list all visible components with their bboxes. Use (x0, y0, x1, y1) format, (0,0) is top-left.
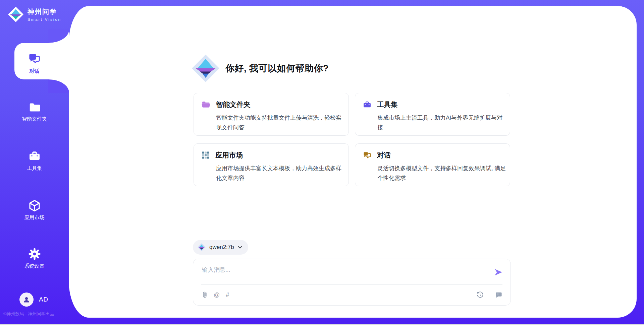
content-column: 你好, 我可以如何帮助你? 智能文件夹 智能文件夹功能支持批量文件上传与清洗，轻… (193, 6, 511, 318)
active-tab-curve-top (48, 29, 69, 43)
message-composer: @ # (193, 259, 511, 306)
model-selector[interactable]: qwen2:7b (193, 240, 248, 255)
composer-toolbar: @ # (202, 289, 502, 301)
sidebar-item-label: 应用市场 (0, 214, 69, 221)
sidebar-item-smart-folder[interactable]: 智能文件夹 (0, 101, 69, 122)
sidebar-item-chat[interactable]: 对话 (0, 53, 69, 74)
brand-name: 神州问学 (28, 7, 61, 16)
card-title: 对话 (377, 150, 391, 160)
folder-icon (29, 101, 41, 113)
brand-subtitle: Smart Vision (28, 17, 61, 21)
composer-divider (201, 284, 502, 285)
topic-button[interactable]: # (226, 291, 229, 299)
model-logo-icon (198, 243, 206, 251)
copyright-text: ©神州数码 · 神州问学出品 (3, 311, 54, 317)
active-tab-curve-bottom (48, 79, 69, 93)
paperclip-icon (202, 291, 208, 299)
history-button[interactable] (476, 291, 484, 299)
app-root: 神州问学 Smart Vision 对话 智能文件夹 (0, 0, 644, 325)
sidebar-item-label: 智能文件夹 (0, 116, 69, 122)
folder-icon (202, 101, 210, 109)
model-name: qwen2:7b (209, 244, 234, 251)
sidebar: 神州问学 Smart Vision 对话 智能文件夹 (0, 0, 69, 325)
sidebar-item-label: 对话 (0, 68, 69, 74)
card-title: 智能文件夹 (216, 100, 251, 109)
toolbox-icon (29, 150, 41, 162)
card-description: 应用市场提供丰富长文本模板，助力高效生成多样化文章内容 (216, 164, 346, 183)
card-toolset[interactable]: 工具集 集成市场上主流工具，助力AI与外界无缝扩展与对接 (355, 93, 510, 136)
feedback-button[interactable] (495, 291, 502, 299)
brand-logo-icon (8, 7, 23, 22)
card-chat[interactable]: 对话 灵活切换多模型文件，支持多样回复效果调试, 满足个性化需求 (355, 143, 510, 186)
main-content-layer: 你好, 我可以如何帮助你? 智能文件夹 智能文件夹功能支持批量文件上传与清洗，轻… (69, 6, 637, 318)
attach-file-button[interactable] (202, 291, 208, 299)
greeting-title: 你好, 我可以如何帮助你? (225, 62, 329, 74)
card-smart-folder[interactable]: 智能文件夹 智能文件夹功能支持批量文件上传与清洗，轻松实现文件问答 (194, 93, 349, 136)
send-icon (494, 268, 503, 276)
card-app-market[interactable]: 应用市场 应用市场提供丰富长文本模板，助力高效生成多样化文章内容 (194, 143, 349, 186)
send-button[interactable] (494, 268, 503, 276)
hash-icon: # (226, 291, 229, 299)
assistant-logo-icon (192, 54, 220, 82)
avatar (19, 292, 34, 307)
user-name: AD (39, 296, 48, 303)
sidebar-item-toolset[interactable]: 工具集 (0, 150, 69, 171)
message-input[interactable] (202, 266, 484, 282)
chevron-down-icon (238, 246, 242, 249)
greeting: 你好, 我可以如何帮助你? (192, 54, 329, 82)
card-title: 工具集 (377, 100, 398, 109)
mention-button[interactable]: @ (214, 291, 220, 299)
app-grid-icon (202, 151, 210, 159)
card-description: 集成市场上主流工具，助力AI与外界无缝扩展与对接 (377, 113, 507, 132)
cube-icon (28, 199, 41, 211)
chat-icon (363, 151, 371, 159)
brand: 神州问学 Smart Vision (8, 7, 61, 22)
history-icon (476, 291, 484, 299)
sidebar-item-label: 工具集 (0, 165, 69, 172)
sidebar-item-label: 系统设置 (0, 263, 69, 269)
chat-icon (29, 53, 41, 65)
comment-icon (495, 291, 502, 299)
card-description: 智能文件夹功能支持批量文件上传与清洗，轻松实现文件问答 (216, 113, 346, 132)
toolbox-icon (363, 101, 371, 109)
at-icon: @ (214, 291, 220, 299)
card-description: 灵活切换多模型文件，支持多样回复效果调试, 满足个性化需求 (377, 164, 507, 183)
sidebar-item-settings[interactable]: 系统设置 (0, 248, 69, 269)
gear-icon (29, 248, 41, 260)
sidebar-item-app-market[interactable]: 应用市场 (0, 199, 69, 220)
card-title: 应用市场 (215, 150, 243, 160)
user-profile[interactable]: AD (19, 292, 48, 307)
